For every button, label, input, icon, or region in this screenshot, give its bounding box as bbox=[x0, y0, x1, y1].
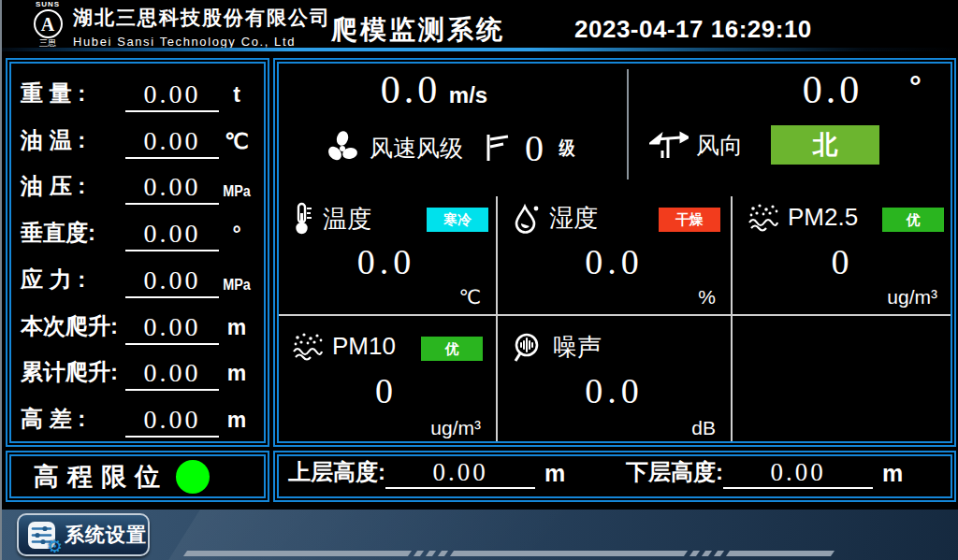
wind-speed-value: 0.0 bbox=[381, 68, 442, 111]
upper-height-group: 上层高度: 0.00 m bbox=[288, 457, 602, 495]
noise-magnifier-icon bbox=[513, 332, 544, 364]
metric-label: 本次爬升: bbox=[21, 311, 125, 345]
wind-direction-unit: ° bbox=[909, 69, 922, 104]
lower-height-label: 下层高度: bbox=[626, 457, 723, 489]
metric-label: 累计爬升: bbox=[21, 357, 125, 391]
sensor-value: 0 bbox=[734, 241, 951, 282]
fan-icon bbox=[324, 129, 361, 166]
sensor-name: 温度 bbox=[323, 203, 371, 236]
metric-row-verticality: 垂直度: 0.00 ° bbox=[21, 208, 254, 251]
metric-unit: MPa bbox=[221, 277, 253, 298]
sensor-card-header: 噪声 bbox=[513, 331, 602, 364]
upper-height-value: 0.00 bbox=[385, 458, 535, 489]
metric-unit: ℃ bbox=[219, 129, 254, 159]
environment-panel: 0.0 m/s 风速风级 bbox=[273, 58, 956, 447]
lower-height-value: 0.00 bbox=[723, 458, 873, 489]
metric-label: 垂直度: bbox=[21, 218, 125, 251]
datetime-display: 2023-04-17 16:29:10 bbox=[574, 15, 812, 44]
elevation-limit-status-light bbox=[176, 460, 210, 494]
layer-heights-panel: 上层高度: 0.00 m 下层高度: 0.00 m bbox=[273, 451, 956, 502]
thermometer-icon bbox=[292, 202, 314, 236]
metric-label: 油 压 : bbox=[21, 171, 125, 205]
wind-level-flag-icon bbox=[483, 132, 511, 164]
metric-value: 0.00 bbox=[125, 79, 219, 112]
header: SUNS A 三思 湖北三思科技股份有限公司 Hubei Sansi Techn… bbox=[2, 0, 958, 54]
sensor-unit: ug/m³ bbox=[430, 417, 481, 439]
metric-value: 0.00 bbox=[125, 266, 219, 298]
sensor-unit: % bbox=[698, 286, 716, 309]
wind-direction-compass-badge: 北 bbox=[771, 125, 879, 165]
metric-unit: MPa bbox=[221, 183, 253, 205]
system-settings-button[interactable]: ⚙ 系统设置 bbox=[17, 513, 150, 556]
sensor-value: 0.0 bbox=[279, 241, 494, 282]
sliders-gear-icon: ⚙ bbox=[27, 521, 56, 550]
sensor-card-temperature: 温度 寒冷 0.0 ℃ bbox=[279, 189, 494, 312]
metric-row-weight: 重 量 : 0.00 t bbox=[21, 69, 254, 112]
sensor-status-badge: 优 bbox=[421, 337, 483, 361]
wind-vane-icon bbox=[649, 128, 689, 162]
header-accent-line bbox=[2, 48, 958, 51]
wind-direction-value: 0.0 bbox=[803, 68, 864, 111]
metric-row-height-diff: 高 差 : 0.00 m bbox=[21, 395, 254, 438]
metric-label: 油 温 : bbox=[21, 125, 125, 159]
elevation-limit-label: 高程限位 bbox=[34, 460, 168, 494]
grid-divider-horizontal bbox=[279, 314, 951, 316]
metric-row-oil-pressure: 油 压 : 0.00 MPa bbox=[21, 162, 254, 205]
metric-label: 高 差 : bbox=[21, 404, 125, 438]
wind-direction-label: 风向 bbox=[696, 130, 743, 161]
metric-label: 应 力 : bbox=[21, 265, 125, 298]
sensor-value: 0 bbox=[279, 370, 494, 411]
metric-unit: m bbox=[219, 408, 254, 438]
sensor-card-header: 湿度 bbox=[513, 202, 598, 235]
wind-speed-unit: m/s bbox=[449, 82, 487, 108]
metric-value: 0.00 bbox=[125, 312, 219, 345]
sensor-value: 0.0 bbox=[500, 241, 729, 282]
metric-value: 0.00 bbox=[125, 405, 219, 438]
sensor-card-noise: 噪声 0.0 dB bbox=[500, 318, 729, 443]
system-settings-label: 系统设置 bbox=[65, 522, 147, 548]
metric-label: 重 量 : bbox=[21, 79, 125, 112]
company-name-en: Hubei Sansi Technology Co., Ltd bbox=[73, 35, 331, 49]
metric-row-oil-temp: 油 温 : 0.00 ℃ bbox=[21, 116, 254, 159]
metric-value: 0.00 bbox=[125, 358, 219, 391]
logo-suns-text: SUNS bbox=[26, 1, 69, 8]
sensor-card-header: 温度 bbox=[292, 202, 371, 236]
metric-value: 0.00 bbox=[125, 126, 219, 159]
sensor-card-pm25: PM2.5 优 0 ug/m³ bbox=[734, 189, 951, 312]
sensor-card-header: PM10 bbox=[292, 331, 396, 361]
sensor-name: 噪声 bbox=[553, 331, 602, 364]
upper-height-label: 上层高度: bbox=[288, 457, 385, 489]
metric-row-stress: 应 力 : 0.00 MPa bbox=[21, 255, 254, 298]
logo-circle-icon: A bbox=[34, 9, 63, 38]
metric-unit: m bbox=[219, 315, 254, 345]
footer-decor-stripe bbox=[185, 551, 833, 556]
sensor-name: 湿度 bbox=[549, 202, 598, 235]
sensor-status-badge: 优 bbox=[882, 208, 944, 232]
grid-divider-vertical bbox=[496, 196, 498, 441]
wind-direction-line: 风向 北 bbox=[629, 125, 954, 165]
sensor-status-badge: 干燥 bbox=[659, 208, 720, 232]
metric-unit: ° bbox=[219, 222, 254, 251]
company-logo: SUNS A 三思 bbox=[26, 1, 69, 53]
droplet-icon bbox=[513, 203, 541, 235]
sensor-name: PM2.5 bbox=[788, 203, 858, 232]
sensor-card-header: PM2.5 bbox=[748, 202, 858, 232]
wind-speed-value-line: 0.0 m/s bbox=[275, 67, 593, 112]
grid-divider-vertical bbox=[731, 196, 733, 441]
upper-height-unit: m bbox=[544, 460, 565, 489]
company-name-block: 湖北三思科技股份有限公司 Hubei Sansi Technology Co.,… bbox=[73, 5, 331, 49]
gear-icon: ⚙ bbox=[47, 536, 63, 557]
metric-unit: m bbox=[219, 361, 254, 391]
dust-particles-icon bbox=[748, 202, 779, 232]
sensor-unit: ℃ bbox=[458, 286, 481, 309]
wind-level-line: 风速风级 0 级 bbox=[275, 120, 625, 176]
sensor-unit: ug/m³ bbox=[887, 286, 937, 309]
company-name-cn: 湖北三思科技股份有限公司 bbox=[73, 5, 331, 31]
wind-level-value: 0 bbox=[525, 126, 544, 170]
wind-direction-value-line: 0.0 bbox=[739, 67, 926, 112]
dust-particles-icon bbox=[292, 331, 324, 361]
sensor-card-humidity: 湿度 干燥 0.0 % bbox=[500, 189, 729, 312]
lower-height-unit: m bbox=[882, 460, 903, 489]
sensor-status-badge: 寒冷 bbox=[427, 208, 488, 232]
wind-level-unit: 级 bbox=[559, 136, 575, 161]
